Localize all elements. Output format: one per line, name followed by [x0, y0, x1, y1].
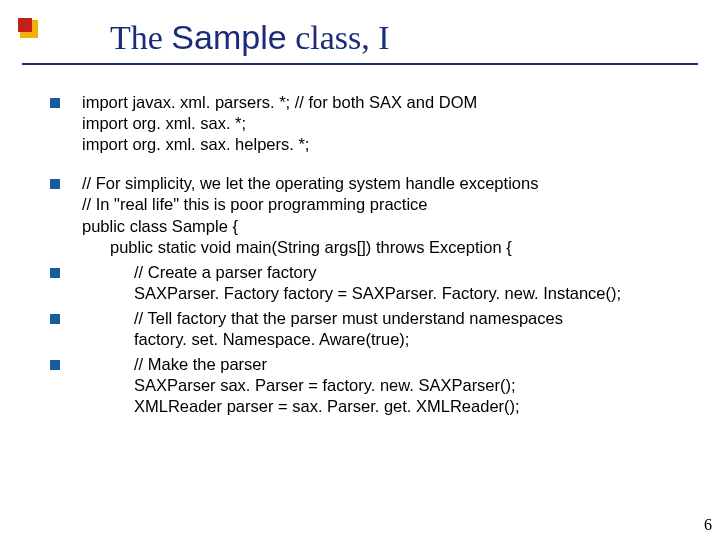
bullet-1-text: import javax. xml. parsers. *; // for bo…: [82, 92, 692, 155]
bullet-3: // Create a parser factory SAXParser. Fa…: [50, 262, 692, 304]
code-line: // For simplicity, we let the operating …: [82, 173, 692, 194]
code-line: SAXParser. Factory factory = SAXParser. …: [82, 283, 692, 304]
title-bar: The Sample class, I: [22, 18, 698, 65]
title-pre: The: [110, 19, 171, 56]
code-line: public class Sample {: [82, 216, 692, 237]
title-mono: Sample: [171, 18, 286, 56]
bullet-icon: [50, 268, 60, 278]
bullet-4: // Tell factory that the parser must und…: [50, 308, 692, 350]
bullet-icon: [50, 360, 60, 370]
bullet-1: import javax. xml. parsers. *; // for bo…: [50, 92, 692, 155]
bullet-icon: [50, 179, 60, 189]
bullet-3-text: // Create a parser factory SAXParser. Fa…: [82, 262, 692, 304]
code-line: // Make the parser: [82, 354, 692, 375]
code-line: factory. set. Namespace. Aware(true);: [82, 329, 692, 350]
code-line: import javax. xml. parsers. *; // for bo…: [82, 92, 692, 113]
title-post: class, I: [287, 19, 390, 56]
bullet-2-text: // For simplicity, we let the operating …: [82, 173, 692, 257]
bullet-icon: [50, 314, 60, 324]
code-line: import org. xml. sax. helpers. *;: [82, 134, 692, 155]
bullet-4-text: // Tell factory that the parser must und…: [82, 308, 692, 350]
code-line: public static void main(String args[]) t…: [82, 237, 692, 258]
code-line: // Tell factory that the parser must und…: [82, 308, 692, 329]
code-line: // In "real life" this is poor programmi…: [82, 194, 692, 215]
bullet-icon: [50, 98, 60, 108]
slide-body: import javax. xml. parsers. *; // for bo…: [50, 92, 692, 422]
bullet-5-text: // Make the parser SAXParser sax. Parser…: [82, 354, 692, 417]
code-line: // Create a parser factory: [82, 262, 692, 283]
page-number: 6: [704, 516, 712, 534]
code-line: import org. xml. sax. *;: [82, 113, 692, 134]
bullet-5: // Make the parser SAXParser sax. Parser…: [50, 354, 692, 417]
code-line: SAXParser sax. Parser = factory. new. SA…: [82, 375, 692, 396]
slide-title: The Sample class, I: [22, 18, 698, 63]
bullet-2: // For simplicity, we let the operating …: [50, 173, 692, 257]
code-line: XMLReader parser = sax. Parser. get. XML…: [82, 396, 692, 417]
